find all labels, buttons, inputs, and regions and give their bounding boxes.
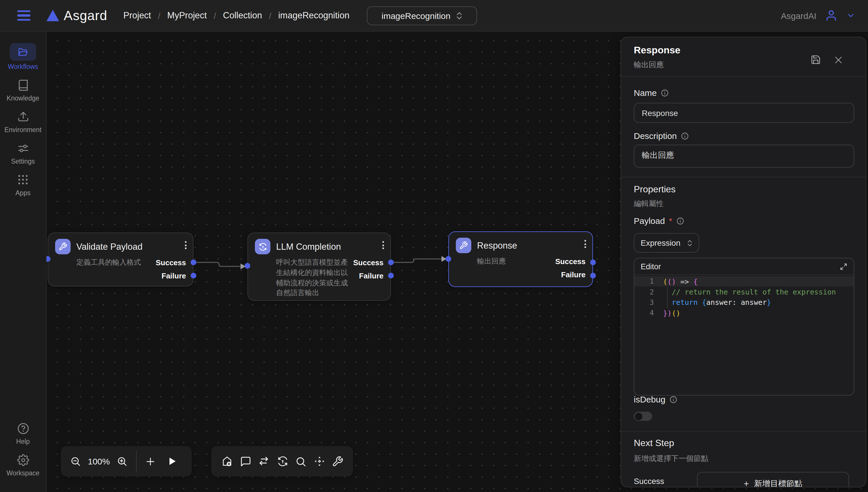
info-icon [669,395,677,403]
name-input[interactable] [634,103,854,123]
llm-cycle-icon [255,239,270,254]
description-input[interactable]: 輸出回應 [634,145,854,168]
port-input-response[interactable] [445,256,451,262]
search-icon[interactable] [295,456,306,467]
expand-icon[interactable] [840,263,847,270]
output-success-label: Success [155,259,186,267]
breadcrumb: Project / MyProject / Collection / image… [123,10,350,21]
sidebar-item-knowledge[interactable]: Knowledge [7,77,39,102]
code-line: 3 return {answer: answer} [634,297,854,308]
divider [621,431,866,432]
code-line: 4 })() [634,308,854,318]
divider [621,177,866,177]
node-menu-icon[interactable] [382,241,384,249]
run-workflow-icon[interactable] [167,457,177,466]
sidebar-item-label: Help [16,438,30,445]
node-response[interactable]: Response 輸出回應 Success Failure [448,231,593,287]
port-failure-validate[interactable] [191,273,196,278]
description-field-label: Description [634,131,689,141]
sliders-icon [17,141,29,155]
payload-type-value: Expression [641,238,680,247]
menu-icon[interactable] [17,10,30,21]
next-step-subtitle: 新增或選擇下一個節點 [634,453,709,464]
move-icon[interactable] [313,455,325,467]
port-success-response[interactable] [590,260,596,265]
node-llm-completion[interactable]: LLM Completion 呼叫大型語言模型並產生結構化的資料輸出以輔助流程的… [247,232,391,301]
code-line: 1 (() => { [634,276,854,287]
swap-arrows-icon[interactable] [258,455,270,467]
next-step-title: Next Step [634,438,674,448]
breadcrumb-separator: / [269,10,271,20]
node-menu-icon[interactable] [185,241,187,249]
breadcrumb-separator: / [214,10,216,20]
node-title: Validate Payload [76,241,142,252]
sidebar-footer: Help Workspace [7,421,40,484]
properties-title: Properties [634,184,676,195]
sidebar-item-workspace[interactable]: Workspace [7,452,40,476]
edge-validate-to-llm[interactable] [194,262,246,269]
sidebar-item-help[interactable]: Help [16,421,30,445]
port-input-llm[interactable] [245,263,250,269]
editor-code-area[interactable]: 1 (() => { 2 // return the result of the… [634,275,854,318]
port-success-llm[interactable] [388,260,394,265]
port-success-validate[interactable] [191,260,196,265]
workflow-selector-value: imageRecognition [381,10,450,20]
tools-toolbar [211,446,353,476]
sidebar-item-label: Settings [11,158,35,165]
wrench-icon [456,238,471,253]
editor-header: Editor [634,259,854,275]
node-validate-payload[interactable]: Validate Payload 定義工具的輸入格式 Success Failu… [48,232,194,287]
add-node-plus-icon[interactable] [146,456,156,466]
help-circle-icon [17,421,29,436]
sidebar-item-settings[interactable]: Settings [11,141,35,165]
sidebar-item-workflows[interactable]: Workflows [8,43,38,70]
divider [621,76,866,77]
zoom-in-icon[interactable] [117,456,128,467]
breadcrumb-separator: / [158,10,160,20]
isdebug-toggle[interactable] [634,412,652,421]
port-failure-llm[interactable] [388,273,394,278]
wrench-tool-icon[interactable] [332,456,343,467]
add-target-node-label: 新增目標節點 [754,479,802,487]
upload-icon [17,109,29,124]
node-menu-icon[interactable] [585,240,586,248]
workflow-selector[interactable]: imageRecognition [367,6,477,25]
llm-cycle-icon[interactable] [276,455,289,467]
editor-title: Editor [641,262,661,271]
node-header: Response [456,238,586,253]
sidebar-item-apps[interactable]: Apps [16,172,30,196]
breadcrumb-myproject[interactable]: MyProject [167,10,207,21]
zoom-out-icon[interactable] [70,456,81,467]
edge-llm-to-response[interactable] [391,256,447,262]
save-icon[interactable] [811,54,821,65]
breadcrumb-project[interactable]: Project [123,10,151,21]
zoom-level: 100% [88,457,110,466]
chevron-down-icon[interactable] [846,11,855,20]
output-success-label: Success [353,259,383,267]
sidebar-item-label: Apps [16,190,30,196]
chevron-updown-icon [687,240,692,246]
output-failure-label: Failure [162,272,186,280]
breadcrumb-collection[interactable]: Collection [223,10,262,21]
add-target-node-button[interactable]: + 新增目標節點 [697,472,849,487]
sidebar-item-environment[interactable]: Environment [4,109,41,133]
close-icon[interactable] [834,56,843,64]
zoom-toolbar: 100% [61,446,192,476]
name-field-label: Name [634,88,669,98]
payload-type-select[interactable]: Expression [634,233,699,253]
topbar-right: AsgardAI [781,9,868,22]
required-asterisk: * [669,216,672,226]
user-icon[interactable] [825,9,838,22]
app-root: Asgard Project / MyProject / Collection … [0,0,868,492]
port-failure-response[interactable] [590,273,596,278]
output-failure-label: Failure [561,270,586,279]
comment-icon[interactable] [240,456,251,467]
folder-icon [10,43,36,61]
info-icon [681,132,689,140]
node-header: Validate Payload [55,239,186,254]
add-tool-node-icon[interactable] [221,455,233,467]
node-title: Response [477,240,517,251]
breadcrumb-workflow[interactable]: imageRecognition [278,10,349,21]
expression-editor[interactable]: Editor 1 (() => { 2 // return the result… [634,258,854,396]
top-bar: Asgard Project / MyProject / Collection … [0,0,868,31]
